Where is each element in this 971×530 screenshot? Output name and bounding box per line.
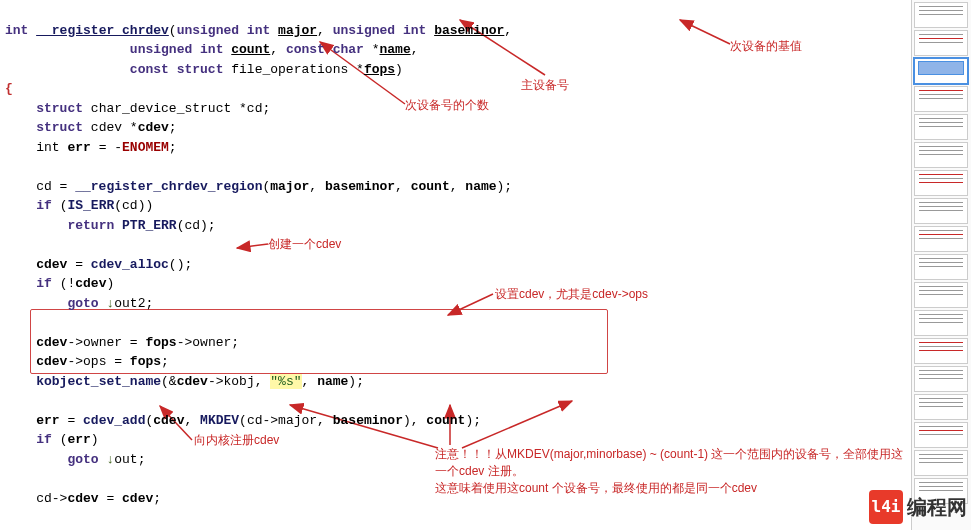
thumbnail[interactable]	[914, 282, 968, 308]
kw-int: int	[5, 23, 36, 38]
param-fops: fops	[364, 62, 395, 77]
annotation-major: 主设备号	[521, 77, 569, 94]
annotation-baseminor: 次设备的基值	[730, 38, 802, 55]
thumbnail[interactable]	[914, 422, 968, 448]
thumbnail[interactable]	[914, 114, 968, 140]
fn-ptr-err: PTR_ERR	[122, 218, 177, 233]
annotation-mkdev-note: 注意！！！从MKDEV(major,minorbase) ~ (count-1)…	[435, 446, 915, 496]
thumbnail[interactable]	[914, 226, 968, 252]
thumbnail[interactable]	[914, 338, 968, 364]
fn-kobject-set-name: kobject_set_name	[36, 374, 161, 389]
brace-open: {	[5, 81, 13, 96]
fn-is-err: IS_ERR	[67, 198, 114, 213]
param-baseminor: baseminor	[434, 23, 504, 38]
thumbnail[interactable]	[914, 366, 968, 392]
annotation-count: 次设备号的个数	[405, 97, 489, 114]
thumbnail[interactable]	[914, 310, 968, 336]
param-major: major	[278, 23, 317, 38]
fmt-string: "%s"	[270, 374, 301, 389]
thumbnail[interactable]	[914, 30, 968, 56]
thumbnail[interactable]	[914, 170, 968, 196]
thumbnail[interactable]	[914, 2, 968, 28]
watermark-text: 编程网	[907, 492, 967, 522]
fn-register-chrdev: __register_chrdev	[36, 23, 169, 38]
fn-cdev-add: cdev_add	[83, 413, 145, 428]
annotation-cdev-alloc: 创建一个cdev	[268, 236, 341, 253]
watermark: l4i 编程网	[869, 490, 971, 524]
thumbnail[interactable]	[914, 450, 968, 476]
fn-cdev-alloc: cdev_alloc	[91, 257, 169, 272]
thumbnail[interactable]	[914, 198, 968, 224]
thumbnail[interactable]	[914, 254, 968, 280]
annotation-cdev-add: 向内核注册cdev	[194, 432, 279, 449]
watermark-logo-icon: l4i	[869, 490, 903, 524]
thumbnail[interactable]	[914, 86, 968, 112]
thumbnail[interactable]	[914, 394, 968, 420]
macro-mkdev: MKDEV	[200, 413, 239, 428]
thumbnail[interactable]	[914, 142, 968, 168]
annotation-set-cdev: 设置cdev，尤其是cdev->ops	[495, 286, 648, 303]
page-thumbnails-panel[interactable]	[911, 0, 971, 530]
fn-register-chrdev-region: __register_chrdev_region	[75, 179, 262, 194]
param-name: name	[380, 42, 411, 57]
const-enomem: ENOMEM	[122, 140, 169, 155]
thumbnail-active[interactable]	[914, 58, 968, 84]
param-count: count	[231, 42, 270, 57]
